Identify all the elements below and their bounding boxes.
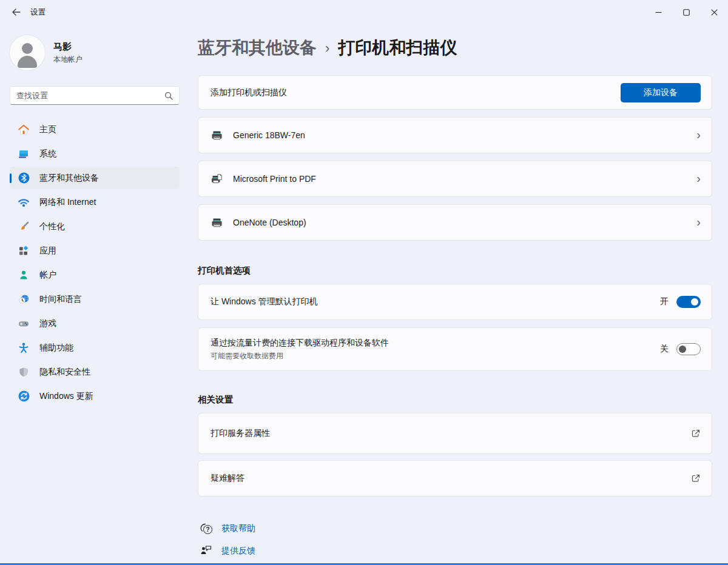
toggle-sublabel: 可能需要收取数据费用 [211, 351, 389, 361]
account-type: 本地帐户 [53, 55, 83, 65]
sidebar-item-label: 主页 [39, 124, 56, 135]
search-box[interactable] [10, 86, 180, 105]
personalization-icon [18, 221, 30, 233]
sidebar-item-label: 蓝牙和其他设备 [39, 173, 99, 184]
system-icon [18, 148, 30, 160]
page-title: 打印机和扫描仪 [338, 36, 457, 59]
sidebar-item-bluetooth-devices[interactable]: 蓝牙和其他设备 [10, 167, 180, 189]
metered-download-toggle-row: 通过按流量计费的连接下载驱动程序和设备软件 可能需要收取数据费用 关 [198, 327, 712, 371]
sidebar-item-network[interactable]: 网络和 Internet [10, 191, 180, 213]
printer-row-onenote[interactable]: OneNote (Desktop) › [198, 204, 712, 241]
sidebar-item-accounts[interactable]: 帐户 [10, 264, 180, 286]
printer-pdf-icon [211, 173, 223, 186]
sidebar-item-home[interactable]: 主页 [10, 118, 180, 141]
external-link-icon [691, 473, 701, 483]
give-feedback-link[interactable]: 提供反馈 [200, 544, 255, 558]
apps-icon [18, 245, 30, 257]
add-device-button[interactable]: 添加设备 [621, 83, 701, 102]
printer-icon [211, 129, 223, 142]
troubleshoot-link[interactable]: 疑难解答 [198, 460, 712, 496]
sidebar-item-accessibility[interactable]: 辅助功能 [10, 336, 180, 359]
print-server-properties-link[interactable]: 打印服务器属性 [198, 413, 712, 454]
printer-name: OneNote (Desktop) [233, 218, 306, 227]
sidebar-item-time-language[interactable]: 时间和语言 [10, 288, 180, 310]
get-help-link[interactable]: ? 获取帮助 [200, 523, 255, 534]
close-icon [711, 9, 718, 16]
home-icon [18, 124, 30, 136]
maximize-button[interactable] [672, 0, 700, 24]
sidebar-item-gaming[interactable]: 游戏 [10, 312, 180, 335]
related-link-label: 疑难解答 [211, 473, 244, 484]
app-title: 设置 [30, 7, 46, 18]
avatar [10, 35, 45, 70]
network-icon [18, 196, 30, 209]
gaming-icon [18, 318, 30, 330]
help-area: ? 获取帮助 提供反馈 [198, 523, 712, 558]
sidebar-item-label: 个性化 [39, 221, 65, 232]
close-button[interactable] [700, 0, 728, 24]
sidebar-item-apps[interactable]: 应用 [10, 239, 180, 262]
printer-icon [211, 216, 223, 229]
sidebar-item-label: 帐户 [39, 270, 56, 281]
user-profile[interactable]: 马影 本地帐户 [10, 35, 180, 70]
sidebar-item-system[interactable]: 系统 [10, 142, 180, 165]
window-controls [644, 0, 728, 24]
get-help-icon: ? [200, 523, 212, 534]
printer-name: Generic 18BW-7en [233, 130, 305, 140]
accounts-icon [18, 269, 30, 281]
titlebar: 设置 [0, 0, 728, 24]
search-input[interactable] [16, 91, 164, 100]
add-printer-row: 添加打印机或扫描仪 添加设备 [198, 75, 712, 110]
get-help-label: 获取帮助 [221, 523, 255, 534]
sidebar-item-label: 辅助功能 [39, 343, 73, 353]
sidebar-item-label: Windows 更新 [39, 391, 93, 402]
search-icon [164, 92, 173, 100]
toggle-label: 让 Windows 管理默认打印机 [211, 296, 318, 307]
user-name: 马影 [53, 41, 83, 53]
printer-row-generic[interactable]: Generic 18BW-7en › [198, 117, 712, 153]
privacy-shield-icon [18, 366, 30, 378]
maximize-icon [683, 9, 690, 16]
feedback-icon [200, 544, 212, 558]
give-feedback-label: 提供反馈 [221, 546, 255, 557]
back-button[interactable] [6, 3, 25, 21]
external-link-icon [691, 429, 701, 438]
related-link-label: 打印服务器属性 [211, 428, 270, 439]
minimize-button[interactable] [644, 0, 672, 24]
main-content: 蓝牙和其他设备 › 打印机和扫描仪 添加打印机或扫描仪 添加设备 Generic… [198, 24, 712, 558]
section-related-settings: 相关设置 [198, 394, 712, 406]
bluetooth-icon [18, 172, 30, 184]
sidebar-item-label: 隐私和安全性 [39, 367, 90, 378]
sidebar-nav: 主页 系统 蓝牙和其他设备 [10, 118, 180, 409]
sidebar-item-windows-update[interactable]: Windows 更新 [10, 385, 180, 407]
accessibility-icon [18, 342, 30, 354]
default-printer-toggle-row: 让 Windows 管理默认打印机 开 [198, 284, 712, 320]
breadcrumb: 蓝牙和其他设备 › 打印机和扫描仪 [198, 36, 712, 59]
sidebar-item-label: 应用 [39, 246, 56, 256]
sidebar-item-personalization[interactable]: 个性化 [10, 215, 180, 238]
chevron-right-icon: › [696, 216, 701, 230]
sidebar-item-label: 游戏 [39, 318, 56, 329]
toggle-label: 通过按流量计费的连接下载驱动程序和设备软件 [211, 338, 389, 349]
sidebar: 马影 本地帐户 主页 [0, 24, 189, 409]
breadcrumb-parent[interactable]: 蓝牙和其他设备 [198, 36, 317, 59]
sidebar-item-label: 网络和 Internet [39, 197, 96, 208]
chevron-right-icon: › [696, 172, 701, 186]
breadcrumb-separator: › [325, 39, 329, 56]
back-arrow-icon [12, 8, 21, 16]
toggle-state-label: 关 [660, 344, 669, 355]
minimize-icon [655, 9, 662, 16]
toggle-state-label: 开 [660, 296, 669, 307]
printer-row-print-to-pdf[interactable]: Microsoft Print to PDF › [198, 161, 712, 197]
metered-download-toggle[interactable] [676, 343, 701, 355]
windows-update-icon [18, 390, 30, 403]
sidebar-item-label: 时间和语言 [39, 294, 82, 305]
section-printer-preferences: 打印机首选项 [198, 265, 712, 276]
default-printer-toggle[interactable] [676, 296, 701, 308]
add-printer-label: 添加打印机或扫描仪 [211, 87, 287, 98]
chevron-right-icon: › [696, 129, 701, 142]
printer-name: Microsoft Print to PDF [233, 174, 316, 184]
sidebar-item-label: 系统 [39, 149, 56, 159]
sidebar-item-privacy-security[interactable]: 隐私和安全性 [10, 361, 180, 383]
time-language-icon [18, 293, 30, 306]
